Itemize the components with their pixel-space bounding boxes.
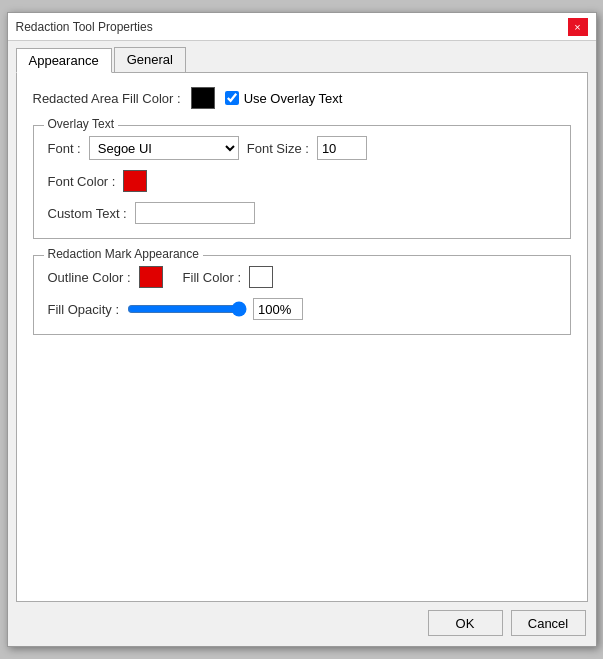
outline-fill-row: Outline Color : Fill Color : [48, 266, 556, 288]
font-color-label: Font Color : [48, 174, 116, 189]
custom-text-label: Custom Text : [48, 206, 127, 221]
overlay-text-group-label: Overlay Text [44, 117, 118, 131]
dialog-footer: OK Cancel [8, 602, 596, 646]
outline-color-group: Outline Color : [48, 266, 163, 288]
font-size-label: Font Size : [247, 141, 309, 156]
font-label: Font : [48, 141, 81, 156]
tab-general[interactable]: General [114, 47, 186, 72]
font-color-swatch[interactable] [123, 170, 147, 192]
fill-opacity-input[interactable] [253, 298, 303, 320]
dialog-title: Redaction Tool Properties [16, 20, 153, 34]
fill-color-label: Redacted Area Fill Color : [33, 91, 181, 106]
font-select[interactable]: Segoe UI Arial Times New Roman Courier N… [89, 136, 239, 160]
cancel-button[interactable]: Cancel [511, 610, 586, 636]
fill-color2-swatch[interactable] [249, 266, 273, 288]
tab-appearance[interactable]: Appearance [16, 48, 112, 73]
close-button[interactable]: × [568, 18, 588, 36]
fill-opacity-row: Fill Opacity : [48, 298, 556, 320]
fill-color-swatch[interactable] [191, 87, 215, 109]
fill-color2-group: Fill Color : [183, 266, 274, 288]
fill-color-row: Redacted Area Fill Color : Use Overlay T… [33, 87, 571, 109]
font-color-row: Font Color : [48, 170, 556, 192]
content-area: Redacted Area Fill Color : Use Overlay T… [16, 72, 588, 602]
use-overlay-text-label[interactable]: Use Overlay Text [225, 91, 343, 106]
slider-container [127, 298, 303, 320]
custom-text-input[interactable] [135, 202, 255, 224]
font-row: Font : Segoe UI Arial Times New Roman Co… [48, 136, 556, 160]
redaction-mark-group: Redaction Mark Appearance Outline Color … [33, 255, 571, 335]
redaction-mark-group-label: Redaction Mark Appearance [44, 247, 203, 261]
overlay-text-group: Overlay Text Font : Segoe UI Arial Times… [33, 125, 571, 239]
outline-color-label: Outline Color : [48, 270, 131, 285]
use-overlay-text-checkbox[interactable] [225, 91, 239, 105]
tabs-bar: Appearance General [8, 41, 596, 72]
fill-color2-label: Fill Color : [183, 270, 242, 285]
ok-button[interactable]: OK [428, 610, 503, 636]
outline-color-swatch[interactable] [139, 266, 163, 288]
dialog: Redaction Tool Properties × Appearance G… [7, 12, 597, 647]
custom-text-row: Custom Text : [48, 202, 556, 224]
fill-opacity-slider[interactable] [127, 301, 247, 317]
title-bar: Redaction Tool Properties × [8, 13, 596, 41]
use-overlay-text-text: Use Overlay Text [244, 91, 343, 106]
fill-opacity-label: Fill Opacity : [48, 302, 120, 317]
font-size-input[interactable] [317, 136, 367, 160]
